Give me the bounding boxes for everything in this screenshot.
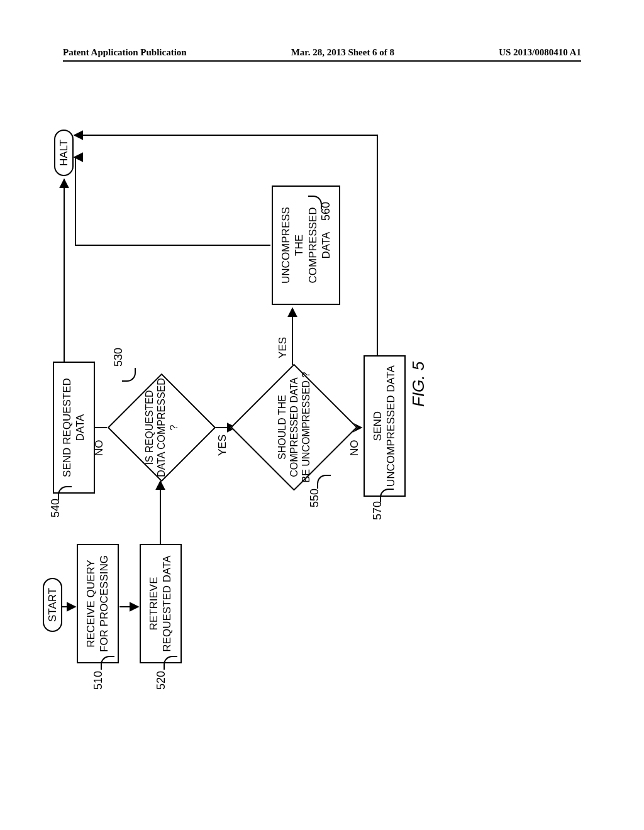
step-540-text: SEND REQUESTED DATA (60, 372, 87, 484)
halt-label: HALT (57, 140, 70, 166)
hook-540 (58, 486, 72, 500)
ref-530: 530 (112, 348, 125, 367)
branch-550-yes: YES (277, 337, 289, 358)
step-520: RETRIEVE REQUESTED DATA (140, 544, 182, 663)
flowchart: START HALT RECEIVE QUERY FOR PROCESSING … (38, 110, 365, 657)
branch-530-yes: YES (216, 434, 229, 456)
header-center: Mar. 28, 2013 Sheet 6 of 8 (291, 47, 394, 58)
decision-550-text: SHOULD THE COMPRESSED DATA BE UNCOMPRESS… (233, 366, 355, 489)
branch-550-no: NO (348, 440, 361, 456)
hook-520 (164, 656, 177, 670)
step-540: SEND REQUESTED DATA (53, 362, 95, 494)
header-left: Patent Application Publication (63, 47, 187, 58)
ref-570: 570 (371, 501, 384, 520)
ref-550: 550 (308, 489, 321, 507)
header-right: US 2013/0080410 A1 (499, 47, 581, 58)
step-520-text: RETRIEVE REQUESTED DATA (147, 554, 174, 653)
step-570-text: SEND UNCOMPRESSED DATA (371, 365, 398, 487)
ref-520: 520 (155, 671, 168, 690)
branch-530-no: NO (93, 440, 106, 456)
decision-530-text: IS REQUESTED DATA COMPRESSED ? (108, 374, 215, 481)
header-divider (63, 60, 581, 62)
header-row: Patent Application Publication Mar. 28, … (63, 47, 581, 58)
hook-550 (317, 475, 331, 489)
halt-terminal: HALT (54, 130, 74, 176)
decision-530: IS REQUESTED DATA COMPRESSED ? (108, 374, 215, 481)
step-570: SEND UNCOMPRESSED DATA (364, 355, 406, 497)
hook-510 (101, 656, 114, 670)
page: Patent Application Publication Mar. 28, … (0, 0, 644, 830)
decision-550: SHOULD THE COMPRESSED DATA BE UNCOMPRESS… (233, 366, 355, 489)
ref-540: 540 (49, 499, 62, 517)
ref-510: 510 (92, 671, 105, 690)
start-label: START (46, 588, 59, 622)
start-terminal: START (43, 578, 62, 632)
hook-570 (380, 489, 394, 502)
step-510-text: RECEIVE QUERY FOR PROCESSING (84, 554, 111, 653)
step-510: RECEIVE QUERY FOR PROCESSING (77, 544, 119, 663)
figure-label: FIG. 5 (409, 362, 428, 407)
